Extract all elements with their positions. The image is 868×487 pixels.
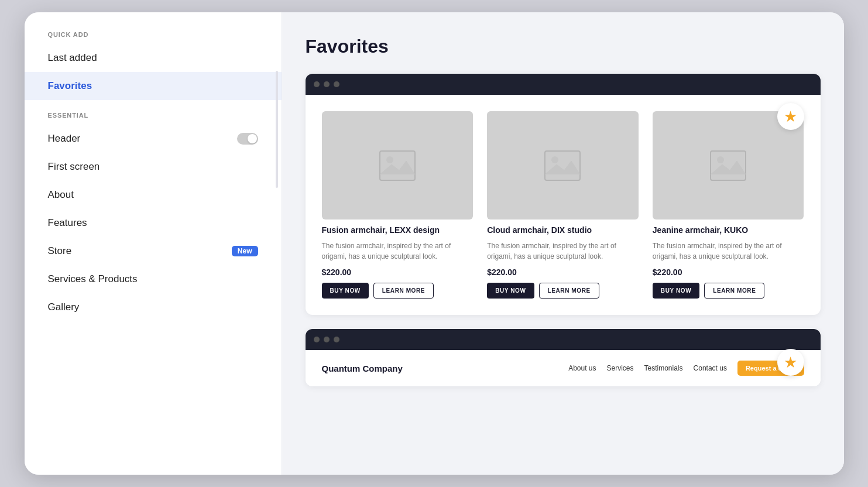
browser-bar-1 (306, 74, 821, 95)
star-icon-2: ★ (784, 354, 797, 372)
nav-contact-us[interactable]: Contact us (694, 364, 727, 372)
quantum-browser-card: Quantum Company About us Services Testim… (306, 329, 821, 386)
sidebar-item-label: Header (48, 133, 81, 145)
product-actions-2: BUY NOW LEARN MORE (487, 283, 639, 299)
browser-dot-4 (314, 337, 320, 342)
browser-dot-1 (314, 81, 320, 87)
browser-dot-2 (324, 81, 330, 87)
product-actions-1: BUY NOW LEARN MORE (322, 283, 474, 299)
essential-label: ESSENTIAL (25, 112, 282, 125)
learn-more-button-2[interactable]: LEARN MORE (539, 283, 599, 299)
sidebar-scroll-track (276, 71, 278, 188)
quantum-logo: Quantum Company (322, 363, 403, 373)
browser-bar-2 (306, 329, 821, 350)
sidebar-item-header[interactable]: Header (25, 125, 282, 153)
buy-now-button-1[interactable]: BUY NOW (322, 283, 369, 299)
sidebar-item-label: Services & Products (48, 273, 138, 285)
quick-add-label: QUICK ADD (25, 31, 282, 44)
quantum-content: Quantum Company About us Services Testim… (306, 350, 821, 386)
product-desc-3: The fusion armchair, inspired by the art… (653, 241, 804, 262)
sidebar-item-services-products[interactable]: Services & Products (25, 265, 282, 293)
sidebar-item-label: Last added (48, 52, 97, 64)
sidebar-item-features[interactable]: Features (25, 209, 282, 237)
products-grid: Fusion armchair, LEXX design The fusion … (322, 111, 804, 299)
svg-point-3 (551, 156, 558, 163)
product-desc-2: The fusion armchair, inspired by the art… (487, 241, 639, 262)
learn-more-button-3[interactable]: LEARN MORE (704, 283, 764, 299)
buy-now-button-3[interactable]: BUY NOW (653, 283, 699, 299)
sidebar-item-label: About (48, 189, 74, 201)
svg-point-1 (386, 156, 393, 163)
product-desc-1: The fusion armchair, inspired by the art… (322, 241, 474, 262)
sidebar-item-gallery[interactable]: Gallery (25, 293, 282, 321)
product-image-3 (653, 111, 804, 220)
browser-content-1: Fusion armchair, LEXX design The fusion … (306, 95, 821, 315)
nav-testimonials[interactable]: Testimonials (644, 364, 683, 372)
product-name-2: Cloud armchair, DIX studio (487, 225, 639, 235)
svg-rect-0 (380, 151, 415, 180)
svg-point-5 (717, 156, 724, 163)
main-content: Favorites (282, 12, 844, 475)
svg-rect-4 (711, 151, 746, 180)
new-badge: New (232, 246, 258, 256)
products-browser-card: Fusion armchair, LEXX design The fusion … (306, 74, 821, 315)
sidebar-item-last-added[interactable]: Last added (25, 44, 282, 72)
sidebar-item-store[interactable]: Store New (25, 237, 282, 265)
sidebar-item-label: Store (48, 245, 72, 257)
product-card-1: Fusion armchair, LEXX design The fusion … (322, 111, 474, 299)
nav-about-us[interactable]: About us (568, 364, 596, 372)
star-icon: ★ (784, 108, 797, 126)
product-name-3: Jeanine armchair, KUKO (653, 225, 804, 235)
sidebar-item-label: Gallery (48, 301, 80, 313)
product-card-2: Cloud armchair, DIX studio The fusion ar… (487, 111, 639, 299)
quantum-nav: About us Services Testimonials Contact u… (568, 361, 804, 376)
page-title: Favorites (306, 36, 821, 57)
card1-star-badge[interactable]: ★ (777, 103, 804, 130)
browser-dot-3 (334, 81, 339, 87)
sidebar-item-first-screen[interactable]: First screen (25, 153, 282, 181)
sidebar-item-label: First screen (48, 161, 100, 173)
sidebar-item-label: Favorites (48, 80, 92, 92)
app-window: QUICK ADD Last added Favorites ESSENTIAL… (25, 12, 844, 475)
learn-more-button-1[interactable]: LEARN MORE (373, 283, 434, 299)
header-toggle-icon[interactable] (237, 133, 258, 145)
browser-dot-6 (334, 337, 339, 342)
product-image-1 (322, 111, 474, 220)
product-name-1: Fusion armchair, LEXX design (322, 225, 474, 235)
product-actions-3: BUY NOW LEARN MORE (653, 283, 804, 299)
sidebar: QUICK ADD Last added Favorites ESSENTIAL… (25, 12, 282, 475)
product-price-3: $220.00 (653, 267, 804, 277)
sidebar-item-favorites[interactable]: Favorites (25, 72, 282, 100)
browser-dot-5 (324, 337, 330, 342)
card2-star-badge[interactable]: ★ (777, 349, 804, 376)
nav-services[interactable]: Services (607, 364, 634, 372)
sidebar-item-about[interactable]: About (25, 181, 282, 209)
product-image-2 (487, 111, 639, 220)
sidebar-item-label: Features (48, 217, 87, 229)
product-price-2: $220.00 (487, 267, 639, 277)
buy-now-button-2[interactable]: BUY NOW (487, 283, 534, 299)
svg-rect-2 (545, 151, 580, 180)
product-price-1: $220.00 (322, 267, 474, 277)
product-card-3: Jeanine armchair, KUKO The fusion armcha… (653, 111, 804, 299)
